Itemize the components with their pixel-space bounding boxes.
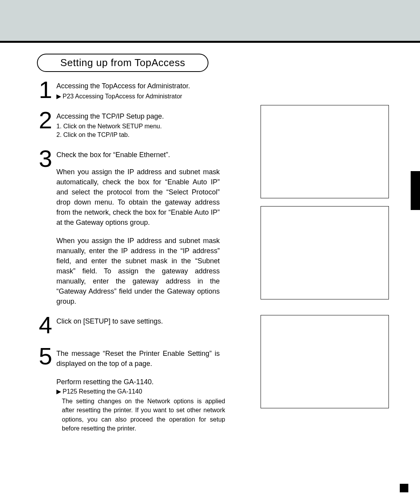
ref-text: P125 Resetting the GA-1140: [63, 388, 142, 395]
figure-placeholder: [261, 315, 389, 408]
step-number: 1: [37, 79, 54, 101]
step-heading: Accessing the TopAccess for Administrato…: [56, 82, 389, 90]
arrow-right-icon: ▶: [56, 388, 61, 395]
step-number: 2: [37, 109, 54, 131]
arrow-right-icon: ▶: [56, 93, 61, 100]
step-number: 5: [37, 345, 54, 367]
cross-reference: ▶ P23 Accessing TopAccess for Administra…: [56, 93, 389, 100]
corner-marker: [400, 484, 408, 492]
ref-text: P23 Accessing TopAccess for Administrato…: [63, 93, 182, 100]
paragraph: When you assign the IP address and subne…: [56, 167, 220, 228]
note-text: The setting changes on the Network optio…: [62, 397, 225, 433]
step-heading: The message “Reset the Printer Enable Se…: [56, 348, 220, 369]
step-1: 1 Accessing the TopAccess for Administra…: [37, 81, 389, 102]
header-band: [0, 0, 420, 43]
figure-placeholder: [261, 105, 389, 198]
step-number: 3: [37, 148, 54, 170]
section-title: Setting up from TopAccess: [37, 54, 208, 72]
section-title-wrap: Setting up from TopAccess: [37, 54, 389, 72]
paragraph: When you assign the IP address and subne…: [56, 236, 220, 307]
figure-placeholder: [261, 206, 389, 299]
step-number: 4: [37, 314, 54, 336]
page-tab-marker: [411, 171, 420, 210]
